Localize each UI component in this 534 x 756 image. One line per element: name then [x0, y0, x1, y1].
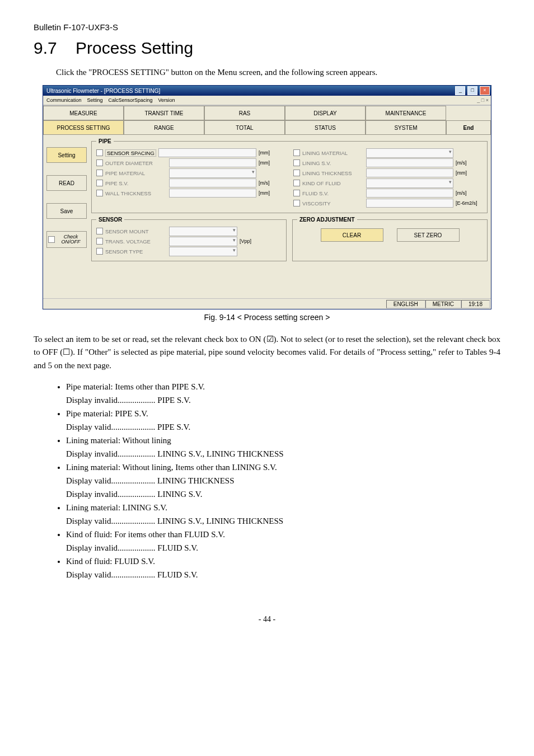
- lbl-lining-sv: LINING S.V.: [302, 160, 364, 166]
- pipe-group: PIPE SENSOR SPACING [mm] OUTER DIAMETER: [91, 138, 488, 213]
- unit-sensor-spacing: [mm]: [259, 150, 285, 156]
- setting-button[interactable]: Setting: [46, 147, 87, 163]
- tab-grid: MEASURE TRANSIT TIME RAS DISPLAY MAINTEN…: [43, 105, 491, 135]
- inp-fluid-sv[interactable]: [366, 189, 453, 198]
- zero-legend: ZERO ADJUSTMENT: [297, 217, 357, 223]
- chk-sensor-type[interactable]: [96, 248, 103, 255]
- page-number: - 44 -: [34, 615, 500, 624]
- unit-lining-thickness: [mm]: [456, 170, 483, 176]
- row-sensor-spacing: SENSOR SPACING [mm]: [96, 148, 285, 158]
- menu-communication[interactable]: Communication: [46, 97, 82, 103]
- dd-kind-of-fluid[interactable]: [366, 179, 453, 188]
- dd-trans-voltage[interactable]: [169, 237, 237, 246]
- unit-trans-voltage: [Vpp]: [240, 238, 266, 244]
- side-column: Setting READ Save Check ON/OFF: [46, 138, 87, 295]
- chk-pipe-sv[interactable]: [96, 180, 103, 186]
- menu-calcsensorspacing[interactable]: CalcSensorSpacing: [109, 97, 153, 103]
- inp-outer-diameter[interactable]: [169, 158, 256, 167]
- end-button[interactable]: End: [446, 120, 491, 135]
- close-icon[interactable]: ×: [480, 86, 490, 95]
- row-trans-voltage: TRANS. VOLTAGE [Vpp]: [96, 236, 282, 246]
- tab-process-setting[interactable]: PROCESS SETTING: [43, 120, 124, 135]
- tab-range[interactable]: RANGE: [124, 120, 204, 135]
- chk-pipe-material[interactable]: [96, 170, 103, 176]
- section-number: 9.7: [34, 39, 57, 57]
- list-item-text: Display invalid.................. LINING…: [66, 449, 284, 458]
- menu-version[interactable]: Version: [158, 97, 175, 103]
- inp-lining-sv[interactable]: [366, 158, 453, 167]
- inp-wall-thickness[interactable]: [169, 189, 256, 198]
- row-viscosity: VISCOSITY [E-6m2/s]: [293, 198, 483, 208]
- zero-adjustment-group: ZERO ADJUSTMENT CLEAR SET ZERO: [292, 217, 488, 261]
- chk-lining-sv[interactable]: [293, 159, 300, 166]
- tab-maintenance[interactable]: MAINTENANCE: [366, 106, 446, 120]
- menu-setting[interactable]: Setting: [87, 97, 103, 103]
- list-item-text: Kind of fluid: For items other than FLUI…: [66, 530, 225, 539]
- chk-sensor-spacing[interactable]: [96, 149, 103, 156]
- save-button[interactable]: Save: [46, 203, 87, 219]
- row-sensor-type: SENSOR TYPE: [96, 246, 282, 256]
- lbl-pipe-material: PIPE MATERIAL: [105, 170, 167, 176]
- row-lining-sv: LINING S.V. [m/s]: [293, 158, 483, 168]
- unit-outer-diameter: [mm]: [259, 160, 285, 166]
- mdi-child-controls[interactable]: _ □ ×: [477, 97, 489, 103]
- check-onoff-checkbox[interactable]: [48, 236, 55, 243]
- tab-total[interactable]: TOTAL: [204, 120, 285, 135]
- menubar: Communication Setting CalcSensorSpacing …: [43, 96, 491, 105]
- tab-display[interactable]: DISPLAY: [285, 106, 366, 120]
- chk-outer-diameter[interactable]: [96, 159, 103, 166]
- lead-paragraph: Click the "PROCESS SETTING" button on th…: [56, 68, 500, 77]
- list-item-text: Display valid..................... FLUID…: [66, 570, 198, 579]
- chk-lining-thickness[interactable]: [293, 170, 300, 176]
- check-onoff-label: Check ON/OFF: [57, 234, 85, 245]
- row-kind-of-fluid: KIND OF FLUID: [293, 178, 483, 188]
- unit-viscosity: [E-6m2/s]: [456, 200, 483, 206]
- window-title: Ultrasonic Flowmeter - [PROCESS SETTING]: [46, 88, 160, 94]
- dd-lining-material[interactable]: [366, 148, 453, 158]
- tab-measure[interactable]: MEASURE: [43, 106, 124, 120]
- statusbar: ENGLISH METRIC 19:18: [43, 298, 491, 309]
- chk-wall-thickness[interactable]: [96, 190, 103, 196]
- chk-trans-voltage[interactable]: [96, 238, 103, 245]
- set-zero-button[interactable]: SET ZERO: [397, 228, 460, 242]
- list-item-text: Display valid..................... LININ…: [66, 476, 235, 485]
- list-item-text: Pipe material: Items other than PIPE S.V…: [66, 382, 205, 391]
- check-onoff-button[interactable]: Check ON/OFF: [46, 231, 87, 248]
- chk-viscosity[interactable]: [293, 200, 300, 206]
- list-item-text: Display valid..................... LININ…: [66, 516, 283, 525]
- list-item-text: Pipe material: PIPE S.V.: [66, 409, 148, 418]
- tab-ras[interactable]: RAS: [204, 106, 285, 120]
- dd-sensor-mount[interactable]: [169, 227, 237, 236]
- minimize-icon[interactable]: _: [455, 86, 465, 95]
- main-column: PIPE SENSOR SPACING [mm] OUTER DIAMETER: [91, 138, 488, 295]
- unit-lining-sv: [m/s]: [456, 160, 483, 166]
- chk-lining-material[interactable]: [293, 149, 300, 156]
- inp-lining-thickness[interactable]: [366, 168, 453, 177]
- list-item-text: Lining material: LINING S.V.: [66, 503, 167, 512]
- chk-fluid-sv[interactable]: [293, 190, 300, 196]
- inp-sensor-spacing[interactable]: [158, 148, 256, 157]
- bullet-list: Pipe material: Items other than PIPE S.V…: [34, 380, 500, 581]
- dd-pipe-material[interactable]: [169, 168, 256, 178]
- list-item: Pipe material: PIPE S.V. Display valid..…: [66, 407, 500, 434]
- tab-transit-time[interactable]: TRANSIT TIME: [124, 106, 204, 120]
- inp-pipe-sv[interactable]: [169, 179, 256, 187]
- clear-button[interactable]: CLEAR: [321, 228, 383, 242]
- window-controls: _ □ ×: [455, 86, 490, 95]
- unit-pipe-sv: [m/s]: [259, 180, 285, 186]
- sensor-group: SENSOR SENSOR MOUNT TRANS. VOLTAGE [Vpp]: [91, 217, 287, 261]
- read-button[interactable]: READ: [46, 175, 87, 191]
- tab-status[interactable]: STATUS: [285, 120, 366, 135]
- lbl-sensor-spacing: SENSOR SPACING: [105, 149, 156, 157]
- unit-fluid-sv: [m/s]: [456, 190, 483, 196]
- sensor-legend: SENSOR: [96, 217, 124, 223]
- chk-kind-of-fluid[interactable]: [293, 180, 300, 186]
- pipe-legend: PIPE: [96, 138, 114, 144]
- inp-viscosity[interactable]: [366, 199, 453, 208]
- dd-sensor-type[interactable]: [169, 247, 237, 256]
- chk-sensor-mount[interactable]: [96, 228, 103, 234]
- tab-system[interactable]: SYSTEM: [366, 120, 446, 135]
- list-item: Kind of fluid: For items other than FLUI…: [66, 528, 500, 555]
- section-heading: 9.7 Process Setting: [34, 39, 500, 58]
- maximize-icon[interactable]: □: [467, 86, 477, 95]
